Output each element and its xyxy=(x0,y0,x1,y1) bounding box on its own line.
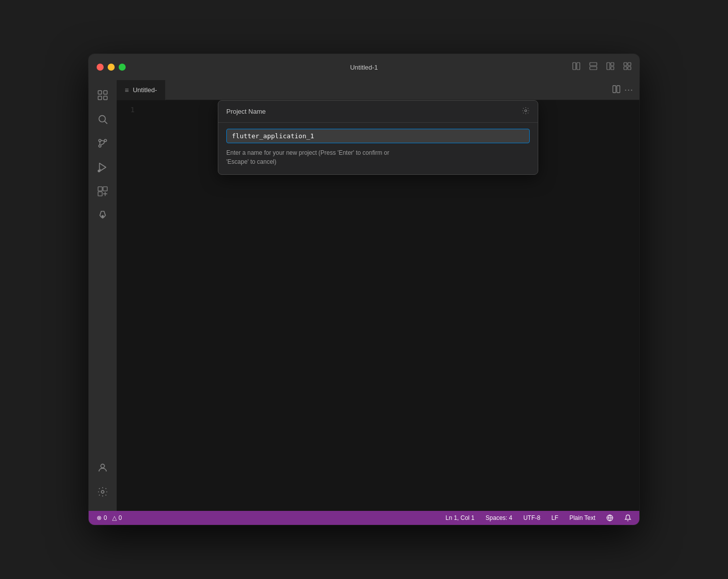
cursor-position-item[interactable]: Ln 1, Col 1 xyxy=(444,514,477,521)
spaces-item[interactable]: Spaces: 4 xyxy=(484,514,514,521)
layout-icon-1[interactable] xyxy=(572,62,580,72)
extensions-icon[interactable] xyxy=(92,180,114,202)
status-bar-right: Ln 1, Col 1 Spaces: 4 UTF-8 LF Plain Tex… xyxy=(444,514,633,521)
tab-label: Untitled- xyxy=(133,86,157,94)
svg-rect-14 xyxy=(104,96,107,100)
vscode-window: Untitled-1 xyxy=(89,54,639,525)
svg-rect-13 xyxy=(98,96,102,100)
error-icon: ⊗ xyxy=(97,514,102,521)
svg-rect-7 xyxy=(624,63,627,66)
account-icon[interactable] xyxy=(92,457,114,479)
svg-point-15 xyxy=(99,116,106,122)
quick-input-panel: Project Name Enter a name xyxy=(218,100,538,175)
svg-point-30 xyxy=(525,110,527,112)
svg-rect-23 xyxy=(103,187,107,191)
main-content: ≡ Untitled- ··· 1 xyxy=(89,80,639,511)
svg-point-26 xyxy=(101,464,104,468)
svg-rect-29 xyxy=(617,86,620,93)
remote-icon[interactable] xyxy=(604,514,615,521)
svg-rect-24 xyxy=(98,192,102,196)
quick-input-body: Enter a name for your new project (Press… xyxy=(218,123,538,174)
svg-rect-2 xyxy=(590,63,597,66)
svg-marker-20 xyxy=(100,163,106,172)
editor-tab[interactable]: ≡ Untitled- xyxy=(117,80,166,100)
source-control-icon[interactable] xyxy=(92,132,114,154)
svg-line-16 xyxy=(105,121,107,124)
title-bar: Untitled-1 xyxy=(89,54,639,80)
svg-point-21 xyxy=(98,170,100,172)
editor-content: 1 Project Name xyxy=(117,100,639,511)
svg-rect-9 xyxy=(624,67,627,70)
explorer-icon[interactable] xyxy=(92,84,114,106)
tab-file-icon: ≡ xyxy=(125,86,129,94)
quick-input-gear-icon[interactable] xyxy=(522,107,530,117)
activity-bar-top xyxy=(92,84,114,457)
title-bar-actions xyxy=(572,62,631,72)
line-ending-item[interactable]: LF xyxy=(549,514,560,521)
quick-input-hint: Enter a name for your new project (Press… xyxy=(226,148,530,166)
minimize-button[interactable] xyxy=(108,64,115,71)
svg-rect-8 xyxy=(628,63,631,66)
svg-point-25 xyxy=(102,215,104,218)
settings-icon[interactable] xyxy=(92,481,114,503)
maximize-button[interactable] xyxy=(119,64,126,71)
layout-icon-2[interactable] xyxy=(589,62,597,72)
window-title: Untitled-1 xyxy=(350,64,378,71)
activity-bar-bottom xyxy=(92,457,114,507)
svg-point-27 xyxy=(101,490,104,493)
svg-rect-22 xyxy=(98,187,102,191)
tab-bar: ≡ Untitled- ··· xyxy=(117,80,639,100)
language-mode-item[interactable]: Plain Text xyxy=(567,514,597,521)
quick-input-overlay: Project Name Enter a name xyxy=(117,100,639,511)
warning-count: 0 xyxy=(119,514,122,521)
run-debug-icon[interactable] xyxy=(92,156,114,178)
status-bar-left: ⊗ 0 △ 0 xyxy=(95,514,124,521)
svg-rect-5 xyxy=(611,63,614,66)
svg-rect-4 xyxy=(607,63,610,70)
quick-input-title: Project Name xyxy=(226,108,266,115)
error-count-item[interactable]: ⊗ 0 △ 0 xyxy=(95,514,124,521)
svg-rect-1 xyxy=(577,63,580,70)
layout-icon-3[interactable] xyxy=(606,62,614,72)
warning-icon: △ xyxy=(112,514,117,521)
tab-bar-actions: ··· xyxy=(612,85,639,95)
activity-bar xyxy=(89,80,117,511)
status-bar: ⊗ 0 △ 0 Ln 1, Col 1 Spaces: 4 UTF-8 LF P… xyxy=(89,511,639,525)
more-actions-icon[interactable]: ··· xyxy=(624,85,633,95)
layout-icon-4[interactable] xyxy=(623,62,631,72)
svg-point-18 xyxy=(99,145,101,147)
split-editor-icon[interactable] xyxy=(612,85,620,95)
encoding-item[interactable]: UTF-8 xyxy=(521,514,542,521)
svg-rect-0 xyxy=(573,63,576,70)
svg-rect-6 xyxy=(611,67,614,70)
error-count: 0 xyxy=(104,514,107,521)
svg-point-17 xyxy=(99,139,101,142)
svg-rect-11 xyxy=(98,91,102,94)
svg-rect-3 xyxy=(590,67,597,70)
svg-rect-28 xyxy=(613,86,616,93)
project-name-input[interactable] xyxy=(226,129,530,143)
svg-rect-10 xyxy=(628,67,631,70)
close-button[interactable] xyxy=(97,64,104,71)
search-icon[interactable] xyxy=(92,108,114,130)
quick-input-header: Project Name xyxy=(218,101,538,123)
notification-bell-icon[interactable] xyxy=(622,514,633,521)
svg-rect-12 xyxy=(104,91,107,94)
editor-area: ≡ Untitled- ··· 1 xyxy=(117,80,639,511)
traffic-lights xyxy=(97,64,126,71)
test-icon[interactable] xyxy=(92,204,114,226)
svg-point-19 xyxy=(104,139,107,142)
